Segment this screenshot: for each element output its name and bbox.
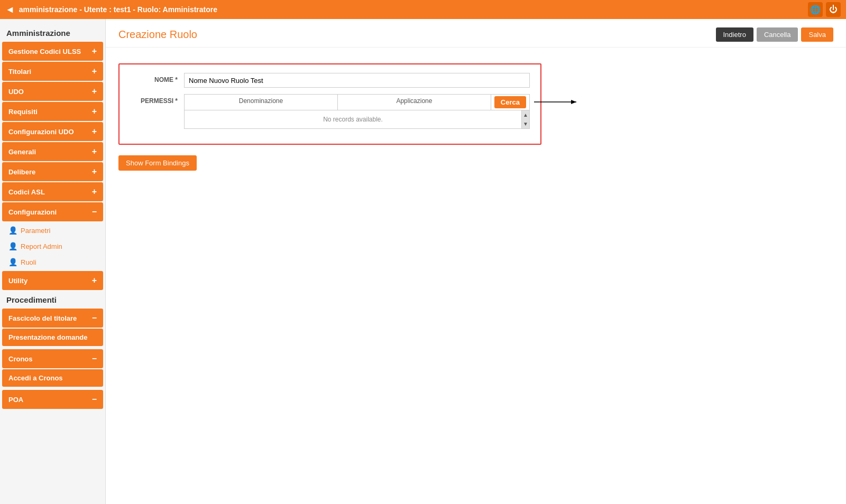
sidebar-item-poa[interactable]: POA − — [2, 390, 103, 409]
permessi-section: Denominazione Applicazione Cerca — [184, 94, 530, 129]
scroll-controls: ▲ ▼ — [521, 110, 530, 129]
sidebar-item-codici-asl[interactable]: Codici ASL + — [2, 182, 103, 201]
user-icon: 👤 — [8, 226, 17, 235]
sidebar-item-report-admin[interactable]: 👤 Report Admin — [0, 238, 105, 254]
section-procedimenti: Procedimenti — [0, 291, 105, 307]
globe-button[interactable]: 🌐 — [808, 2, 823, 17]
sidebar-item-label: Cronos — [8, 355, 33, 363]
top-bar-right: 🌐 ⏻ — [808, 2, 841, 17]
user-icon: 👤 — [8, 242, 17, 250]
app-title: amministrazione - Utente : test1 - Ruolo… — [19, 5, 217, 14]
plus-icon: + — [92, 87, 97, 96]
user-icon: 👤 — [8, 258, 17, 266]
sidebar-item-requisiti[interactable]: Requisiti + — [2, 102, 103, 121]
sidebar-item-gestione-codici-ulss[interactable]: Gestione Codici ULSS + — [2, 42, 103, 61]
collapse-sidebar-icon[interactable]: ◄ — [5, 4, 15, 15]
sidebar-item-generali[interactable]: Generali + — [2, 142, 103, 161]
show-bindings-container: Show Form Bindings — [118, 145, 833, 171]
sidebar-item-parametri[interactable]: 👤 Parametri — [0, 222, 105, 238]
sidebar-item-label: Utility — [8, 277, 27, 285]
form-box: NOME * PERMESSI * Denominazione Applicaz… — [118, 63, 541, 145]
header-buttons: Indietro Cancella Salva — [716, 27, 834, 42]
section-amministrazione: Amministrazione — [0, 24, 105, 41]
plus-icon: + — [92, 127, 97, 136]
plus-icon: + — [92, 187, 97, 197]
sidebar-item-cronos[interactable]: Cronos − — [2, 349, 103, 368]
plus-icon: + — [92, 167, 97, 176]
nome-row: NOME * — [130, 73, 530, 88]
sidebar-item-utility[interactable]: Utility + — [2, 271, 103, 290]
sidebar-item-titolari[interactable]: Titolari + — [2, 62, 103, 81]
plus-icon: + — [92, 276, 97, 285]
permessi-label: PERMESSI * — [130, 94, 178, 105]
sidebar-item-label: Fascicolo del titolare — [8, 314, 77, 322]
sidebar-item-label: Presentazione domande — [8, 333, 88, 341]
cerca-button[interactable]: Cerca — [494, 96, 526, 108]
indietro-button[interactable]: Indietro — [716, 27, 753, 42]
minus-icon: − — [92, 313, 97, 323]
sidebar-item-ruoli[interactable]: 👤 Ruoli — [0, 254, 105, 270]
sidebar-item-label: Requisiti — [8, 108, 38, 116]
sidebar-item-label: Gestione Codici ULSS — [8, 48, 81, 55]
sidebar: Amministrazione Gestione Codici ULSS + T… — [0, 19, 106, 504]
sidebar-item-configurazioni-udo[interactable]: Configurazioni UDO + — [2, 122, 103, 141]
scroll-down-button[interactable]: ▼ — [522, 119, 529, 128]
sidebar-item-accedi-a-cronos[interactable]: Accedi a Cronos — [2, 369, 103, 387]
content-header: Creazione Ruolo Indietro Cancella Salva — [106, 19, 846, 48]
plus-icon: + — [92, 147, 97, 156]
permessi-row: PERMESSI * Denominazione Applicazione Ce… — [130, 94, 530, 129]
sidebar-sub-label: Ruoli — [21, 258, 36, 266]
minus-icon: − — [92, 207, 97, 217]
top-bar-left: ◄ amministrazione - Utente : test1 - Ruo… — [5, 4, 217, 15]
sidebar-item-configurazioni[interactable]: Configurazioni − — [2, 202, 103, 221]
plus-icon: + — [92, 67, 97, 76]
arrow-annotation — [534, 97, 587, 107]
content-area: Creazione Ruolo Indietro Cancella Salva … — [106, 19, 846, 504]
minus-icon: − — [92, 354, 97, 363]
sidebar-sub-label: Report Admin — [21, 242, 62, 250]
nome-input[interactable] — [184, 73, 530, 88]
col-denominazione: Denominazione — [185, 95, 338, 110]
permessi-header: Denominazione Applicazione — [184, 94, 491, 110]
plus-icon: + — [92, 107, 97, 116]
page-title: Creazione Ruolo — [118, 29, 197, 41]
sidebar-sub-label: Parametri — [21, 227, 50, 235]
power-button[interactable]: ⏻ — [826, 2, 841, 17]
permessi-body: No records available. — [184, 110, 521, 129]
sidebar-item-label: Generali — [8, 148, 36, 156]
nome-label: NOME * — [130, 73, 178, 83]
sidebar-item-label: UDO — [8, 88, 24, 96]
sidebar-item-label: Delibere — [8, 168, 35, 176]
col-applicazione: Applicazione — [338, 95, 491, 110]
sidebar-item-udo[interactable]: UDO + — [2, 82, 103, 101]
sidebar-item-delibere[interactable]: Delibere + — [2, 162, 103, 181]
sidebar-item-label: Titolari — [8, 68, 31, 76]
main-layout: Amministrazione Gestione Codici ULSS + T… — [0, 19, 846, 504]
show-form-bindings-button[interactable]: Show Form Bindings — [118, 155, 197, 171]
sidebar-item-label: POA — [8, 396, 23, 404]
plus-icon: + — [92, 46, 97, 56]
no-records-text: No records available. — [185, 110, 521, 128]
scroll-up-button[interactable]: ▲ — [522, 110, 529, 119]
svg-marker-2 — [571, 100, 576, 104]
salva-button[interactable]: Salva — [801, 27, 833, 42]
minus-icon: − — [92, 395, 97, 404]
cancella-button[interactable]: Cancella — [757, 27, 798, 42]
top-bar: ◄ amministrazione - Utente : test1 - Ruo… — [0, 0, 846, 19]
permessi-body-row: No records available. ▲ ▼ — [184, 110, 530, 129]
sidebar-item-label: Accedi a Cronos — [8, 374, 63, 382]
sidebar-item-label: Configurazioni — [8, 208, 57, 216]
sidebar-item-presentazione-domande[interactable]: Presentazione domande — [2, 329, 103, 346]
sidebar-item-label: Codici ASL — [8, 188, 45, 196]
sidebar-item-fascicolo-del-titolare[interactable]: Fascicolo del titolare − — [2, 309, 103, 328]
sidebar-item-label: Configurazioni UDO — [8, 128, 74, 136]
cerca-cell: Cerca — [491, 94, 530, 110]
form-container: NOME * PERMESSI * Denominazione Applicaz… — [106, 48, 846, 186]
